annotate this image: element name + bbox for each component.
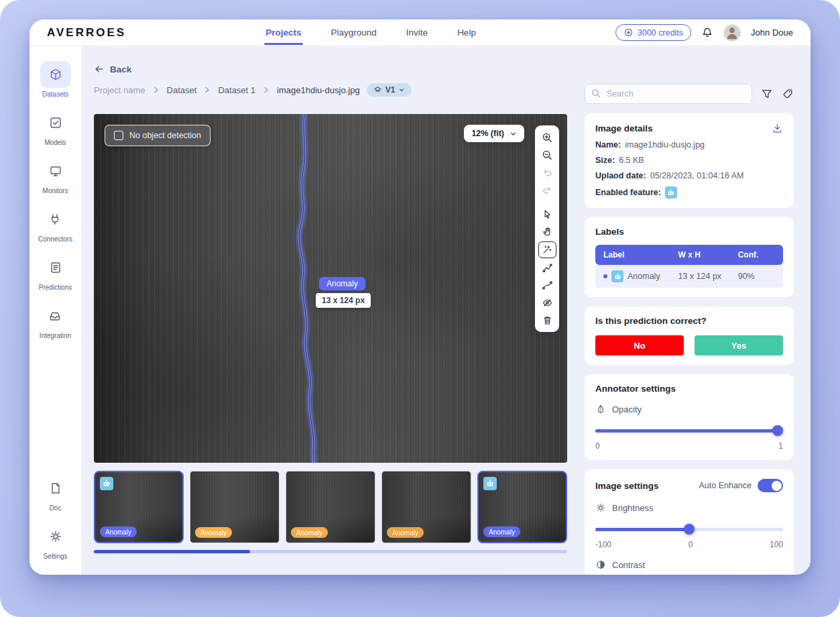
list-doc-icon: [49, 261, 62, 274]
annotator-settings-title: Annotator settings: [595, 384, 783, 394]
back-button[interactable]: Back: [94, 64, 567, 74]
brightness-mid-label: 0: [688, 540, 693, 549]
image-settings-card: Image settings Auto Enhance: [585, 469, 794, 575]
notifications-bell-icon[interactable]: [701, 27, 713, 39]
brightness-setting-row: Brightness: [595, 502, 783, 513]
brand-logo: AVERROES: [47, 26, 126, 40]
labels-table-row[interactable]: Anomaly 13 x 124 px 90%: [595, 265, 783, 288]
page-frame: AVERROES Projects Playground Invite Help…: [0, 0, 840, 617]
credits-badge[interactable]: 3000 credits: [615, 24, 691, 41]
user-avatar[interactable]: [723, 24, 741, 42]
enabled-feature-label: Enabled feature:: [595, 188, 661, 197]
filter-funnel-icon[interactable]: [761, 88, 773, 100]
thumbnail-anomaly-tag: Anomaly: [291, 527, 328, 538]
detail-upload-row: Uplaod date: 05/28/2023, 01:04:16 AM: [595, 171, 783, 180]
prediction-no-button[interactable]: No: [595, 335, 684, 355]
user-name[interactable]: John Doue: [751, 27, 793, 38]
redo-icon[interactable]: [535, 181, 559, 199]
checkbox-icon[interactable]: [114, 131, 123, 140]
toggle-knob: [772, 481, 782, 491]
integration-icon: [48, 309, 62, 323]
detail-feature-row: Enabled feature:: [595, 186, 783, 199]
zoom-value: 12% (fit): [471, 129, 504, 138]
pan-hand-icon[interactable]: [535, 223, 559, 240]
brightness-slider[interactable]: [595, 524, 783, 535]
undo-icon[interactable]: [535, 164, 559, 181]
annotation-label-tag[interactable]: Anomaly: [319, 277, 365, 290]
viewer-column: Back Project name Dataset Dataset 1 imag…: [94, 62, 567, 575]
contrast-half-circle-icon: [595, 559, 606, 570]
sidebar-item-doc[interactable]: Doc: [40, 475, 71, 512]
thumbnail-2[interactable]: Anomaly: [190, 471, 280, 543]
version-badge[interactable]: V1: [367, 83, 412, 97]
polyline-pen-icon[interactable]: [535, 259, 559, 276]
opacity-slider[interactable]: [595, 425, 783, 436]
upload-date-value: 05/28/2023, 01:04:16 AM: [650, 171, 744, 180]
sidebar-label: Monitors: [42, 187, 68, 194]
sidebar-item-integration[interactable]: Integration: [40, 302, 71, 339]
sidebar-item-models[interactable]: Models: [40, 109, 71, 146]
breadcrumb-dataset[interactable]: Dataset: [167, 85, 197, 95]
delete-trash-icon[interactable]: [535, 311, 559, 329]
search-box: [585, 84, 752, 104]
thumbnail-1[interactable]: Anomaly: [94, 471, 184, 543]
no-detection-label: No object detection: [129, 131, 201, 140]
prediction-yes-button[interactable]: Yes: [695, 335, 783, 355]
filmstrip-scrollbar-thumb[interactable]: [94, 550, 250, 553]
sidebar-label: Settings: [43, 553, 67, 560]
filmstrip-scrollbar[interactable]: [94, 550, 567, 553]
annotation-toolbar: [535, 125, 559, 332]
top-navbar: AVERROES Projects Playground Invite Help…: [29, 19, 811, 46]
search-icon: [591, 88, 601, 99]
select-cursor-icon[interactable]: [535, 205, 559, 223]
image-details-card: Image details Name: image1hdiu-dusjo.jpg…: [585, 113, 794, 208]
nav-invite[interactable]: Invite: [405, 20, 429, 45]
upload-date-label: Uplaod date:: [595, 171, 646, 180]
layers-icon: [373, 86, 382, 95]
download-icon[interactable]: [772, 123, 783, 134]
hide-annotations-eye-off-icon[interactable]: [535, 294, 559, 311]
tag-label-icon[interactable]: [782, 88, 794, 100]
prediction-feedback-card: Is this prediction correct? No Yes: [585, 306, 794, 365]
zoom-out-icon[interactable]: [535, 146, 559, 164]
sidebar-item-settings[interactable]: Settings: [40, 523, 71, 560]
sidebar-item-predictions[interactable]: Predictions: [39, 254, 72, 291]
auto-enhance-toggle[interactable]: [758, 479, 783, 492]
labels-title: Labels: [595, 227, 783, 237]
curve-tool-icon[interactable]: [535, 276, 559, 294]
nav-help[interactable]: Help: [456, 20, 477, 45]
image-settings-title: Image settings: [595, 481, 659, 491]
nav-projects[interactable]: Projects: [264, 20, 302, 45]
sidebar-label: Connectors: [38, 235, 72, 243]
brightness-sun-icon: [595, 502, 606, 513]
sidebar-item-connectors[interactable]: Connectors: [38, 206, 72, 243]
opacity-slider-knob[interactable]: [772, 425, 783, 436]
brightness-slider-knob[interactable]: [684, 524, 695, 535]
annotation-size-tooltip: 13 x 124 px: [316, 293, 371, 308]
brightness-max-label: 100: [770, 540, 783, 549]
brightness-min-label: -100: [595, 540, 611, 549]
opacity-setting-row: Opacity: [595, 404, 783, 414]
thumbnail-anomaly-tag: Anomaly: [387, 527, 424, 538]
size-value: 6.5 KB: [619, 156, 644, 165]
zoom-level-dropdown[interactable]: 12% (fit): [464, 125, 524, 142]
zoom-in-icon[interactable]: [535, 129, 559, 146]
image-canvas[interactable]: No object detection 12% (fit): [94, 114, 567, 463]
gear-icon: [49, 530, 62, 543]
brightness-label: Brightness: [612, 503, 653, 513]
search-input[interactable]: [585, 84, 752, 104]
thumbnail-5[interactable]: Anomaly: [477, 471, 567, 543]
chevron-down-icon: [509, 130, 517, 137]
nav-playground[interactable]: Playground: [330, 20, 378, 45]
col-wxh: W x H: [678, 250, 737, 260]
thumbnail-3[interactable]: Anomaly: [286, 471, 375, 543]
sidebar-item-monitors[interactable]: Monitors: [40, 158, 71, 194]
thumbnail-4[interactable]: Anomaly: [381, 471, 471, 543]
breadcrumb-dataset1[interactable]: Dataset 1: [218, 85, 255, 95]
smart-select-tool-icon[interactable]: [535, 240, 559, 259]
sidebar-item-datasets[interactable]: Datasets: [40, 61, 71, 98]
no-object-detection-toggle[interactable]: No object detection: [105, 125, 211, 146]
app-window: AVERROES Projects Playground Invite Help…: [29, 19, 811, 575]
breadcrumb-project[interactable]: Project name: [94, 85, 145, 95]
sidebar-label: Predictions: [39, 284, 72, 291]
